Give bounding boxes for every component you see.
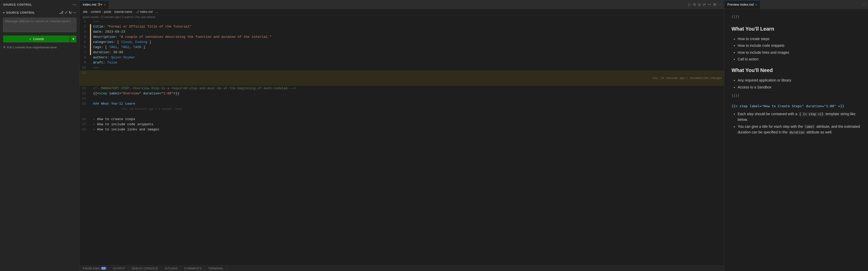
code-snippet-duration: duration [788,130,806,134]
preview-tab-close-icon[interactable]: × [755,3,757,6]
line-content-1: --- [91,19,724,24]
more-actions-icon[interactable]: ··· [718,2,722,7]
preview-list-need: Any required application or library Acce… [732,78,861,90]
list-item-need-2: Access to a Sandbox [738,84,861,90]
line-content-3: date: 2023-08-23 [91,29,724,34]
breadcrumb-content[interactable]: content [91,10,101,13]
code-editor[interactable]: 1 --- 2 title: "Formal or Official Title… [80,19,724,265]
run-icon[interactable]: ▷ [688,2,692,7]
line-num-6: 6 [80,45,90,50]
compare-icon[interactable]: ⇄ [703,2,707,7]
preview-heading-learn: What You'll Learn [732,25,861,33]
step-item-1: Each step should be contained with a { {… [738,111,861,123]
bottom-tab-comments[interactable]: COMMENTS [181,266,205,271]
breadcrumb-sep-4: › [133,10,134,13]
commit-label: Commit [33,37,44,41]
line-content-15: ### What You'll Learn You, 18 minutes ag… [91,101,724,117]
code-line-12: 12 <!--MANDATORY·STEP:·Overview·Step·is·… [80,86,724,91]
sc-header-icons: ··· [73,3,76,7]
tab-close-icon[interactable]: × [104,3,106,6]
chevron-down-icon: ▾ [3,11,5,14]
code-line-7: 7 duration: 30:00 [80,50,724,55]
blame-tooltip-15: You, 18 minutes ago | 1 author (You) [119,108,185,111]
sc-subheader[interactable]: ▾ SOURCE CONTROL ⎇ ✓ ↻ ··· [0,9,80,16]
bottom-tab-gitlens[interactable]: GITLENS [161,266,181,271]
line-num-10: 10 [80,65,90,70]
breadcrumb-sep-1: › [89,10,90,13]
line-num-9: 9 [80,60,90,65]
commit-btn-container: ✓ Commit ▾ [0,34,80,44]
blame-tooltip-11: You, 14 seconds ago • Uncommitted change… [650,76,724,81]
ellipsis-icon[interactable]: ··· [73,3,76,7]
line-content-6: tags: [ TAG1, TAG2, TAGN ] [91,45,724,50]
editor-tab-index-md[interactable]: index.md 9+ × [80,0,109,9]
pull-commits-bar[interactable]: ⇅ Pull 1 commits from origin/tutorial-na… [0,44,80,50]
refresh-icon[interactable]: ↻ [69,10,72,14]
commit-button[interactable]: ✓ Commit [3,35,70,42]
breadcrumb-more[interactable]: ... [156,10,158,13]
line-num-4: 4 [80,34,90,39]
code-line-11: 11 You, 14 seconds ago • Uncommitted cha… [80,70,724,86]
sc-title: SOURCE CONTROL [3,3,32,6]
line-content-7: duration: 30:00 [91,50,724,55]
breadcrumb-sep-5: › [154,10,155,13]
split-icon[interactable]: ⧉ [693,2,696,7]
line-content-10: --- [91,65,724,70]
output-label: OUTPUT [113,267,125,270]
preview-content[interactable]: {{}} What You'll Learn How to create ste… [724,9,868,271]
breadcrumb-posts[interactable]: posts [104,10,111,13]
commit-arrow-button[interactable]: ▾ [70,35,76,42]
preview-step-items: Each step should be contained with a { {… [732,111,861,135]
line-content-11: You, 14 seconds ago • Uncommitted change… [91,70,724,86]
line-content-5: categories: [ Cloud, Coding ] [91,39,724,45]
code-line-2: 2 title: "Formal or Official Title of th… [80,24,724,29]
breadcrumb-git-icon: ⎇ [135,10,139,13]
preview-list-learn: How to create steps How to include code … [732,36,861,62]
breadcrumb-site[interactable]: site [83,10,88,13]
list-item-need-1: Any required application or library [738,78,861,83]
bottom-tab-output[interactable]: OUTPUT [110,266,129,271]
bottom-tab-debug-console[interactable]: DEBUG CONSOLE [129,266,161,271]
more-icon[interactable]: ··· [73,10,76,14]
list-item-2: How to include code snippets [738,43,861,48]
breadcrumb-tutorial-name[interactable]: tutorial-name [115,10,132,13]
bottom-tab-terminal[interactable]: TERMINAL [205,266,227,271]
eye-icon[interactable]: ◎ [697,2,702,7]
line-content-9: draft: false [91,60,724,65]
code-line-14: 14 [80,96,724,101]
checkmarks-icon[interactable]: ✓ [65,10,68,14]
branch-icon[interactable]: ⎇ [59,10,63,14]
preview-tab-icons: ··· [862,2,868,6]
preview-tab-label: Preview index.md [727,3,754,6]
code-line-16: 16 - How to create steps [80,117,724,122]
breadcrumb: site › content › posts › tutorial-name ›… [80,9,724,15]
line-content-8: authors: Quinn Snyder [91,55,724,60]
code-line-15: 15 ### What You'll Learn You, 18 minutes… [80,101,724,117]
source-control-panel: SOURCE CONTROL ··· ▾ SOURCE CONTROL ⎇ ✓ … [0,0,80,271]
gitlens-label: GITLENS [164,267,178,270]
bottom-tab-problems[interactable]: PROBLEMS 12 [80,266,110,271]
line-num-2: 2 [80,24,90,29]
code-snippet-label: label [804,125,815,129]
code-line-17: 17 - How to include code snippets [80,122,724,127]
layout-icon[interactable]: ⊞ [713,2,717,7]
sc-header: SOURCE CONTROL ··· [0,0,80,9]
line-num-17: 17 [80,122,90,127]
editor-tabs: index.md 9+ × ▷ ⧉ ◎ ⇄ ↦ ⊞ ··· [80,0,724,9]
breadcrumb-sep-2: › [102,10,103,13]
code-line-4: 4 description: "A couple of sentences de… [80,34,724,39]
sc-subheader-left: ▾ SOURCE CONTROL [3,11,35,14]
list-item-4: Call to action [738,56,861,62]
tab-modified-dot: 9+ [98,2,102,7]
line-content-12: <!--MANDATORY·STEP:·Overview·Step·is·a·r… [91,86,724,91]
line-num-11: 11 [80,70,90,76]
breadcrumb-indexmd[interactable]: index.md [140,10,153,13]
preview-tab-indexmd[interactable]: Preview index.md × [724,0,760,9]
commit-message-input[interactable] [3,18,76,32]
preview-more-icon[interactable]: ··· [862,2,866,7]
line-num-13: 13 [80,91,90,96]
line-num-15: 15 [80,101,90,107]
line-num-3: 3 [80,29,90,34]
forward-icon[interactable]: ↦ [708,2,712,7]
terminal-label: TERMINAL [208,267,224,270]
